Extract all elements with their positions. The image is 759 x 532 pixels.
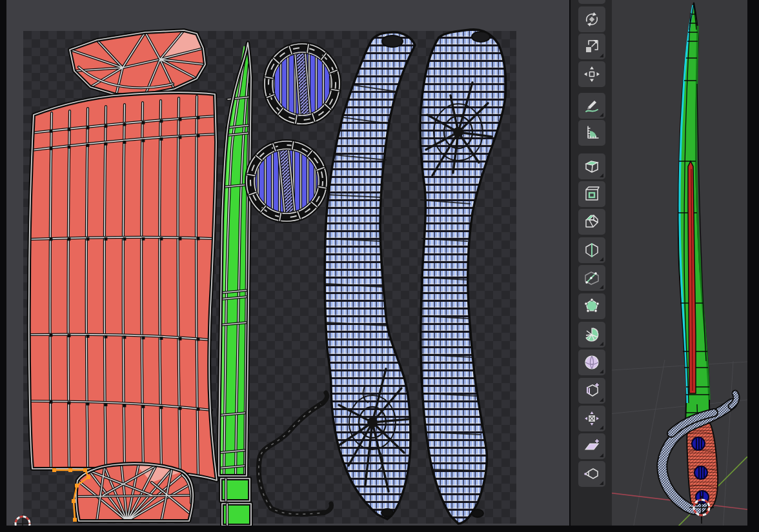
uv-island-disc-1 (265, 44, 339, 124)
uv-editor-panel[interactable] (6, 0, 569, 526)
uv-island-bottom-fan (52, 464, 193, 522)
tool-inset-faces[interactable] (578, 181, 605, 207)
uv-island-blade (219, 43, 251, 526)
uv-canvas[interactable] (6, 0, 569, 526)
tool-rip-region[interactable] (578, 461, 605, 487)
tool-poly-build[interactable] (578, 293, 605, 319)
tool-extrude-region[interactable] (578, 153, 605, 179)
tool-measure[interactable] (578, 120, 605, 146)
uv-island-guard-grid (29, 92, 217, 480)
tool-transform[interactable] (578, 61, 605, 87)
tool-shear[interactable] (578, 433, 605, 459)
tool-scale[interactable] (578, 34, 605, 59)
uv-island-bow-right (420, 30, 505, 524)
blender-window (0, 0, 759, 532)
tool-rotate[interactable] (578, 6, 605, 32)
uv-island-top-fan (70, 30, 205, 95)
tool-smooth[interactable] (578, 350, 605, 375)
uv-island-bow-left (325, 32, 415, 519)
tool-spin[interactable] (578, 322, 605, 348)
uv-island-thin-strip (259, 393, 332, 514)
tool-shrink-fatten[interactable] (578, 406, 605, 431)
uv-island-disc-2 (247, 141, 327, 221)
tool-move[interactable] (578, 0, 605, 4)
tool-loop-cut[interactable] (578, 237, 605, 263)
uv-2d-cursor[interactable] (14, 515, 32, 526)
tool-annotate[interactable] (578, 93, 605, 119)
sword-model[interactable] (662, 3, 736, 524)
edit-toolbar (571, 0, 612, 526)
tool-edge-slide[interactable] (578, 378, 605, 404)
tool-bevel[interactable] (578, 209, 605, 235)
tool-knife[interactable] (578, 265, 605, 291)
